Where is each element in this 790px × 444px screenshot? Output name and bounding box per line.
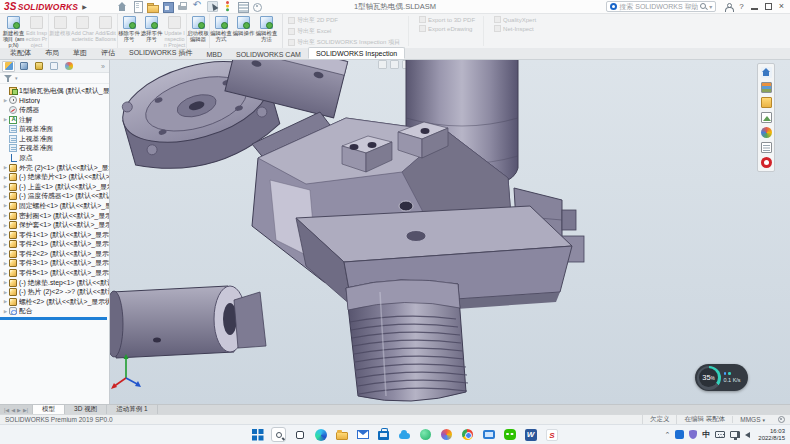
feature-manager-tab[interactable] <box>62 61 75 72</box>
task-pane-icon[interactable] <box>761 127 772 138</box>
clock[interactable]: 16:03 2022/8/15 <box>758 428 785 442</box>
tree-item[interactable]: ▶ 保护套<1> (默认<<默认>_显示状态 <box>2 220 109 230</box>
command-tab[interactable]: SOLIDWORKS Inspection <box>308 47 405 59</box>
qat-icon[interactable] <box>207 1 218 12</box>
feature-manager-tab[interactable] <box>47 61 60 72</box>
ribbon-button[interactable]: Edit Inspection Project <box>25 14 48 48</box>
taskbar-app-icon[interactable] <box>439 427 454 442</box>
command-tab[interactable]: MBD <box>199 49 229 59</box>
command-tab[interactable]: 评估 <box>94 46 122 59</box>
tree-item[interactable]: ▶ 零件1<1> (默认<<默认>_显示状态 <box>2 230 109 240</box>
qat-icon[interactable] <box>222 1 233 12</box>
task-pane-icon[interactable] <box>761 112 772 123</box>
export-menu-item[interactable]: 导出至 2D PDF <box>288 16 400 25</box>
graphics-viewport[interactable]: 35% 0.1 K/s <box>110 60 790 404</box>
feature-manager-tab[interactable] <box>17 61 30 72</box>
ribbon-button[interactable]: 移除零件序号 <box>117 14 140 48</box>
qat-icon[interactable] <box>192 1 203 12</box>
qat-icon[interactable] <box>147 1 158 12</box>
expand-arrow-icon[interactable]: ▶ <box>2 203 9 208</box>
tree-item[interactable]: 右视基准面 <box>2 144 109 154</box>
units-selector[interactable]: MMGS▾ <box>732 416 772 423</box>
export-menu-item[interactable]: Export eDrawing <box>419 25 475 32</box>
minimize-button[interactable] <box>751 8 758 9</box>
qat-icon[interactable] <box>237 1 248 12</box>
qat-icon[interactable] <box>177 1 188 12</box>
taskbar-app-icon[interactable] <box>376 427 391 442</box>
taskbar-app-icon[interactable] <box>355 427 370 442</box>
tree-item[interactable]: 上视基准面 <box>2 134 109 144</box>
tree-item[interactable]: ▶ 固定螺栓<1> (默认<<默认>_显示状 <box>2 201 109 211</box>
search-box[interactable]: 搜索 SOLIDWORKS 帮助 ▾ <box>606 1 716 12</box>
tree-item[interactable]: 1型轴瓦热电偶 (默认<默认_显示状态-1> <box>2 86 109 96</box>
taskbar-app-icon[interactable] <box>397 427 412 442</box>
filter-dropdown-icon[interactable]: ▾ <box>15 75 18 81</box>
tree-item[interactable]: ▶ 注解 <box>2 115 109 125</box>
taskbar-app-icon[interactable] <box>313 427 328 442</box>
taskbar-app-icon[interactable] <box>460 427 475 442</box>
qat-icon[interactable] <box>117 1 128 12</box>
close-button[interactable]: × <box>779 2 784 11</box>
tree-item[interactable]: ▶ (-) 绝缘垫.step<1> (默认<<默认>_ <box>2 278 109 288</box>
model-3d[interactable] <box>110 60 790 404</box>
toolbar-flyout-arrow[interactable]: ▶ <box>82 3 87 10</box>
expand-arrow-icon[interactable]: ▶ <box>2 175 9 180</box>
qat-icon[interactable] <box>252 1 263 12</box>
taskbar-app-icon[interactable] <box>271 427 286 442</box>
export-menu-item[interactable]: Export to 3D PDF <box>419 16 475 23</box>
tree-item[interactable]: ▶ 零件5<1> (默认<<默认>_显示状态 <box>2 268 109 278</box>
tab-scroll-buttons[interactable]: |◀◀ ▶▶| <box>0 405 33 414</box>
ribbon-button[interactable]: 新建检查项目 (amp;N) <box>2 14 25 48</box>
taskbar-app-icon[interactable] <box>544 427 559 442</box>
document-tab[interactable]: 运动算例 1 <box>107 405 157 414</box>
export-menu-item[interactable]: 导出至 SOLIDWORKS Inspection 项目 <box>288 38 400 47</box>
expand-arrow-icon[interactable]: ▶ <box>2 117 9 122</box>
document-tab[interactable]: 模型 <box>33 405 65 414</box>
expand-arrow-icon[interactable]: ▶ <box>2 271 9 276</box>
keyboard-icon[interactable] <box>715 431 725 438</box>
ribbon-button[interactable]: 启动模板编辑器 <box>186 14 209 48</box>
tray-app-icon[interactable] <box>675 430 684 439</box>
ribbon-button[interactable]: Add/Edit Balloons <box>94 14 117 48</box>
tree-item[interactable]: ▶ History <box>2 96 109 106</box>
expand-arrow-icon[interactable]: ▶ <box>2 251 9 256</box>
export-menu-item[interactable]: QualityXpert <box>494 16 536 23</box>
tree-item[interactable]: ▶ 零件2<1> (默认<<默认>_显示状态 <box>2 240 109 250</box>
status-options-icon[interactable] <box>778 416 785 423</box>
tree-item[interactable]: 前视基准面 <box>2 124 109 134</box>
task-pane-icon[interactable] <box>761 157 772 168</box>
feature-manager-tab[interactable] <box>32 61 45 72</box>
command-tab[interactable]: SOLIDWORKS 插件 <box>122 46 199 59</box>
tree-item[interactable]: ▶ 零件2<2> (默认<<默认>_显示状态 <box>2 249 109 259</box>
tree-item[interactable]: ▶ 密封圈<1> (默认<<默认>_显示状态 <box>2 211 109 221</box>
task-pane-icon[interactable] <box>761 142 772 153</box>
expand-arrow-icon[interactable]: ▶ <box>2 232 9 237</box>
command-tab[interactable]: 装配体 <box>3 46 38 59</box>
ribbon-button[interactable]: 新建模板 <box>48 14 71 48</box>
expand-arrow-icon[interactable]: ▶ <box>2 242 9 247</box>
expand-arrow-icon[interactable]: ▶ <box>2 261 9 266</box>
speaker-icon[interactable] <box>745 432 750 438</box>
export-menu-item[interactable]: Net-Inspect <box>494 25 536 32</box>
ribbon-button[interactable]: 编辑检查方法 <box>255 14 278 48</box>
speed-monitor-widget[interactable]: 35% 0.1 K/s <box>695 364 748 391</box>
login-icon[interactable] <box>724 3 732 11</box>
expand-arrow-icon[interactable]: ▶ <box>2 309 9 314</box>
taskbar-app-icon[interactable] <box>523 427 538 442</box>
expand-arrow-icon[interactable]: ▶ <box>2 213 9 218</box>
task-pane-icon[interactable] <box>761 82 772 93</box>
taskbar-app-icon[interactable] <box>418 427 433 442</box>
ribbon-button[interactable]: 编辑操作 <box>232 14 255 48</box>
expand-arrow-icon[interactable]: ▶ <box>2 98 9 103</box>
taskbar-app-icon[interactable] <box>481 427 496 442</box>
command-tab[interactable]: 布局 <box>38 46 66 59</box>
expand-arrow-icon[interactable]: ▶ <box>2 165 9 170</box>
ime-indicator[interactable]: 中 <box>702 429 710 440</box>
qat-icon[interactable] <box>132 1 143 12</box>
taskbar-app-icon[interactable] <box>502 427 517 442</box>
ribbon-button[interactable]: Update Inspection Project <box>163 14 186 48</box>
restore-button[interactable] <box>765 3 772 10</box>
search-icon[interactable] <box>700 3 707 10</box>
tree-item[interactable]: ▶ 零件3<1> (默认<<默认>_显示状态 <box>2 259 109 269</box>
tree-filter-bar[interactable]: ▾ <box>0 73 109 84</box>
